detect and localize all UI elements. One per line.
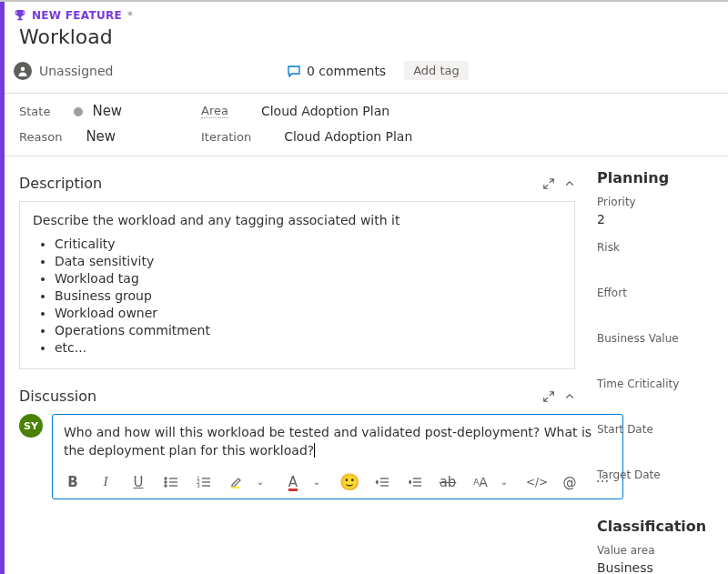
highlight-button[interactable] xyxy=(228,475,246,489)
description-editor[interactable]: Describe the workload and any tagging as… xyxy=(19,201,575,369)
list-item: Workload tag xyxy=(55,271,561,286)
svg-rect-13 xyxy=(231,487,239,488)
discussion-header: Discussion xyxy=(19,388,575,405)
iteration-field[interactable]: Cloud Adoption Plan xyxy=(284,129,412,144)
state-label: State xyxy=(19,105,50,118)
list-item: Criticality xyxy=(55,237,561,251)
description-heading: Description xyxy=(19,175,102,192)
effort-value xyxy=(597,303,713,317)
comment-text[interactable]: Who and how will this workload be tested… xyxy=(64,424,612,459)
target-date-label: Target Date xyxy=(597,468,713,481)
svg-point-5 xyxy=(165,485,167,487)
state-block: State New Area Cloud Adoption Plan Reaso… xyxy=(5,93,728,156)
clear-format-button[interactable]: ab xyxy=(439,474,457,490)
add-tag-button[interactable]: Add tag xyxy=(404,61,469,80)
assignee-value: Unassigned xyxy=(39,64,113,78)
risk-label: Risk xyxy=(597,241,713,254)
comment-editor[interactable]: Who and how will this workload be tested… xyxy=(52,414,623,499)
description-intro: Describe the workload and any tagging as… xyxy=(33,213,561,227)
start-date-field[interactable]: Start Date xyxy=(597,423,713,454)
start-date-value xyxy=(597,439,713,454)
reason-label: Reason xyxy=(19,130,62,144)
work-item-header: NEW FEATURE * Workload Unassigned 0 comm… xyxy=(5,2,728,93)
rich-text-toolbar: B I U 123 ⌄ A ⌄ 🙂 ab xyxy=(64,472,612,491)
expand-icon[interactable] xyxy=(542,390,555,403)
value-area-label: Value area xyxy=(597,544,713,557)
risk-field[interactable]: Risk xyxy=(597,241,713,272)
work-item-title[interactable]: Workload xyxy=(19,25,713,48)
effort-field[interactable]: Effort xyxy=(597,287,713,317)
bullet-list-button[interactable] xyxy=(162,476,180,488)
svg-point-3 xyxy=(165,481,167,483)
svg-point-0 xyxy=(21,66,25,71)
business-value-label: Business Value xyxy=(597,332,713,345)
effort-label: Effort xyxy=(597,287,713,299)
outdent-button[interactable] xyxy=(373,476,391,488)
iteration-label: Iteration xyxy=(201,130,251,144)
planning-heading: Planning xyxy=(597,169,713,186)
indent-button[interactable] xyxy=(406,476,424,488)
work-item-type: NEW FEATURE * xyxy=(14,9,713,22)
target-date-field[interactable]: Target Date xyxy=(597,468,713,499)
trophy-icon xyxy=(14,9,26,22)
collapse-icon[interactable] xyxy=(564,178,575,189)
mention-button[interactable]: @ xyxy=(561,474,579,490)
type-label: NEW FEATURE xyxy=(32,9,122,22)
italic-button[interactable]: I xyxy=(96,474,115,489)
person-icon xyxy=(14,62,32,80)
chevron-down-icon[interactable]: ⌄ xyxy=(251,477,269,487)
list-item: etc... xyxy=(55,340,561,355)
emoji-button[interactable]: 🙂 xyxy=(340,472,359,491)
list-item: Data sensitivity xyxy=(55,254,561,268)
font-color-button[interactable]: A xyxy=(284,474,302,490)
reason-field[interactable]: New xyxy=(86,128,116,145)
priority-value: 2 xyxy=(597,212,713,227)
business-value-field[interactable]: Business Value xyxy=(597,332,713,363)
start-date-label: Start Date xyxy=(597,423,713,436)
time-criticality-field[interactable]: Time Criticality xyxy=(597,378,713,408)
svg-text:3: 3 xyxy=(197,482,200,488)
list-item: Business group xyxy=(55,288,561,303)
comments-count: 0 comments xyxy=(307,64,386,78)
classification-heading: Classification xyxy=(597,518,713,535)
state-field[interactable]: New xyxy=(74,103,122,119)
dirty-indicator: * xyxy=(127,9,133,22)
priority-field[interactable]: Priority 2 xyxy=(597,196,713,227)
risk-value xyxy=(597,257,713,272)
assignee-field[interactable]: Unassigned xyxy=(14,62,268,80)
description-list: Criticality Data sensitivity Workload ta… xyxy=(33,237,561,355)
list-item: Workload owner xyxy=(55,306,561,320)
discussion-heading: Discussion xyxy=(19,388,96,405)
code-button[interactable]: </> xyxy=(528,476,546,488)
number-list-button[interactable]: 123 xyxy=(195,476,213,488)
target-date-value xyxy=(597,485,713,499)
business-value-value xyxy=(597,348,713,363)
expand-icon[interactable] xyxy=(542,177,555,190)
avatar: SY xyxy=(19,414,43,438)
chevron-down-icon[interactable]: ⌄ xyxy=(495,477,513,487)
area-field[interactable]: Cloud Adoption Plan xyxy=(261,104,389,118)
chevron-down-icon[interactable]: ⌄ xyxy=(308,477,326,487)
bold-button[interactable]: B xyxy=(64,474,82,490)
list-item: Operations commitment xyxy=(55,323,561,337)
collapse-icon[interactable] xyxy=(564,391,575,402)
value-area-value: Business xyxy=(597,560,713,574)
underline-button[interactable]: U xyxy=(129,474,147,490)
time-criticality-value xyxy=(597,394,713,408)
priority-label: Priority xyxy=(597,196,713,208)
comments-indicator[interactable]: 0 comments xyxy=(287,64,386,78)
font-size-button[interactable]: AA xyxy=(471,475,490,489)
area-label: Area xyxy=(201,104,228,118)
description-header: Description xyxy=(19,175,575,192)
value-area-field[interactable]: Value area Business xyxy=(597,544,713,574)
svg-point-1 xyxy=(165,478,167,479)
time-criticality-label: Time Criticality xyxy=(597,378,713,390)
